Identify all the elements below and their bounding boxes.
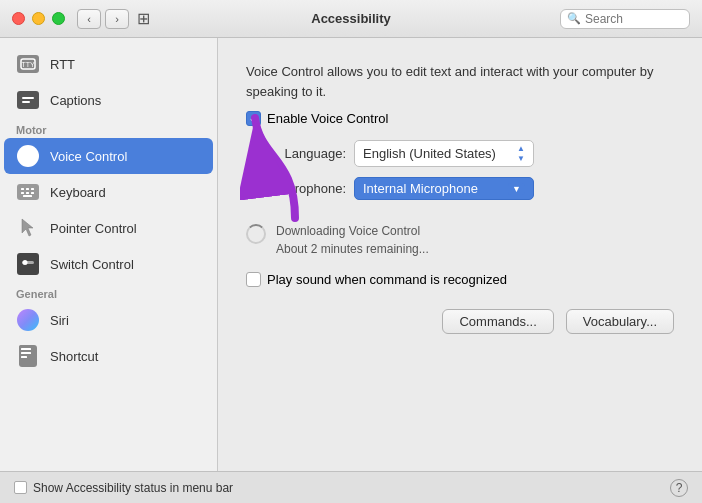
window-title: Accessibility	[311, 11, 391, 26]
play-sound-row: Play sound when command is recognized	[246, 272, 674, 287]
status-text: Show Accessibility status in menu bar	[33, 481, 233, 495]
sidebar-item-shortcut[interactable]: Shortcut	[4, 338, 213, 374]
play-sound-label: Play sound when command is recognized	[267, 272, 507, 287]
maximize-button[interactable]	[52, 12, 65, 25]
switch-icon	[16, 252, 40, 276]
svg-rect-13	[26, 192, 29, 194]
microphone-value: Internal Microphone	[363, 181, 504, 196]
captions-icon	[16, 88, 40, 112]
play-sound-checkbox[interactable]	[246, 272, 261, 287]
downloading-line1: Downloading Voice Control	[276, 222, 429, 240]
svg-rect-14	[31, 192, 34, 194]
sidebar-section-motor: Motor	[0, 118, 217, 138]
sidebar-item-siri-label: Siri	[50, 313, 69, 328]
language-select[interactable]: English (United States) ▲ ▼	[354, 140, 534, 167]
nav-buttons: ‹ ›	[77, 9, 129, 29]
sidebar-item-keyboard-label: Keyboard	[50, 185, 106, 200]
shortcut-icon	[16, 344, 40, 368]
language-select-arrows: ▲ ▼	[517, 144, 525, 163]
sidebar-item-shortcut-label: Shortcut	[50, 349, 98, 364]
svg-rect-4	[22, 101, 30, 103]
sidebar-item-switch-control[interactable]: Switch Control	[4, 246, 213, 282]
svg-rect-2	[20, 94, 36, 106]
svg-rect-9	[21, 188, 24, 190]
sidebar-item-pointer-control-label: Pointer Control	[50, 221, 137, 236]
status-bar: Show Accessibility status in menu bar ?	[0, 471, 702, 503]
search-input[interactable]	[585, 12, 683, 26]
microphone-icon	[16, 144, 40, 168]
downloading-line2: About 2 minutes remaining...	[276, 240, 429, 258]
sidebar-item-rtt[interactable]: TTY RTT	[4, 46, 213, 82]
sidebar-item-keyboard[interactable]: Keyboard	[4, 174, 213, 210]
help-button[interactable]: ?	[670, 479, 688, 497]
svg-rect-3	[22, 97, 34, 99]
sidebar-item-rtt-label: RTT	[50, 57, 75, 72]
enable-voice-control-label: Enable Voice Control	[267, 111, 388, 126]
language-label: Language:	[246, 146, 346, 161]
siri-icon	[16, 308, 40, 332]
title-bar: ‹ › ⊞ Accessibility 🔍	[0, 0, 702, 38]
enable-voice-control-row: ✓ Enable Voice Control	[246, 111, 674, 126]
status-checkbox[interactable]	[14, 481, 27, 494]
sidebar-section-general: General	[0, 282, 217, 302]
forward-button[interactable]: ›	[105, 9, 129, 29]
back-button[interactable]: ‹	[77, 9, 101, 29]
svg-rect-21	[21, 352, 31, 354]
minimize-button[interactable]	[32, 12, 45, 25]
status-left: Show Accessibility status in menu bar	[14, 481, 233, 495]
downloading-section: Downloading Voice Control About 2 minute…	[246, 222, 674, 258]
search-icon: 🔍	[567, 12, 581, 25]
vocabulary-button[interactable]: Vocabulary...	[566, 309, 674, 334]
svg-rect-15	[23, 195, 32, 197]
svg-rect-20	[21, 348, 31, 350]
microphone-label: Microphone:	[246, 181, 346, 196]
svg-rect-12	[21, 192, 24, 194]
svg-rect-5	[25, 148, 31, 158]
svg-rect-22	[21, 356, 27, 358]
rtt-icon: TTY	[16, 52, 40, 76]
sidebar-item-voice-control[interactable]: Voice Control	[4, 138, 213, 174]
sidebar-item-switch-control-label: Switch Control	[50, 257, 134, 272]
main-window: TTY RTT Captions Motor Voice Control	[0, 38, 702, 471]
bottom-buttons: Commands... Vocabulary...	[246, 309, 674, 334]
pointer-icon	[16, 216, 40, 240]
sidebar-item-captions-label: Captions	[50, 93, 101, 108]
downloading-text: Downloading Voice Control About 2 minute…	[276, 222, 429, 258]
microphone-select[interactable]: Internal Microphone ▼	[354, 177, 534, 200]
keyboard-icon	[16, 180, 40, 204]
close-button[interactable]	[12, 12, 25, 25]
svg-rect-10	[26, 188, 29, 190]
enable-voice-control-checkbox[interactable]: ✓	[246, 111, 261, 126]
language-row: Language: English (United States) ▲ ▼	[246, 140, 674, 167]
search-bar[interactable]: 🔍	[560, 9, 690, 29]
traffic-lights	[12, 12, 65, 25]
sidebar-item-siri[interactable]: Siri	[4, 302, 213, 338]
sidebar-item-captions[interactable]: Captions	[4, 82, 213, 118]
commands-button[interactable]: Commands...	[442, 309, 553, 334]
description-text: Voice Control allows you to edit text an…	[246, 62, 674, 101]
microphone-select-arrow: ▼	[508, 183, 525, 195]
sidebar-item-voice-control-label: Voice Control	[50, 149, 127, 164]
svg-rect-11	[31, 188, 34, 190]
svg-text:TTY: TTY	[21, 61, 35, 68]
form-rows: Language: English (United States) ▲ ▼ Mi…	[246, 140, 674, 200]
spinner-icon	[246, 224, 266, 244]
grid-button[interactable]: ⊞	[137, 9, 150, 28]
language-value: English (United States)	[363, 146, 513, 161]
svg-point-18	[23, 260, 28, 265]
sidebar-item-pointer-control[interactable]: Pointer Control	[4, 210, 213, 246]
sidebar: TTY RTT Captions Motor Voice Control	[0, 38, 218, 471]
microphone-row: Microphone: Internal Microphone ▼	[246, 177, 674, 200]
content-area: Voice Control allows you to edit text an…	[218, 38, 702, 471]
